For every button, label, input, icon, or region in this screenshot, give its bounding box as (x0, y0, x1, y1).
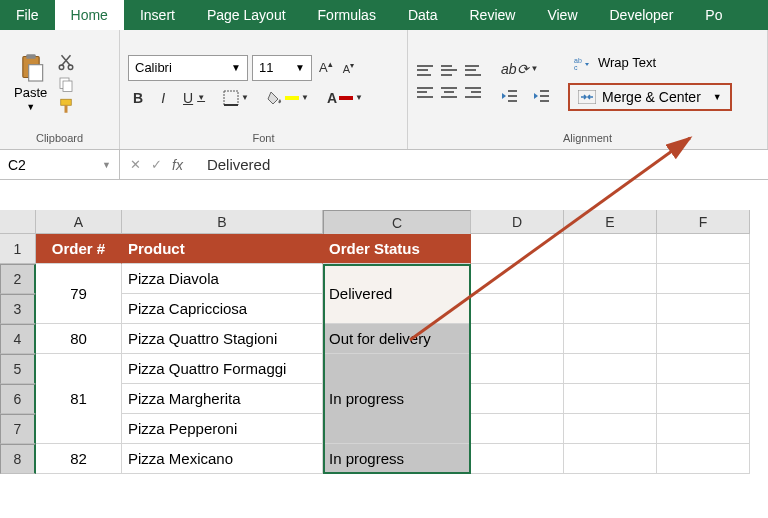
align-left-icon[interactable] (416, 85, 434, 101)
col-header-F[interactable]: F (657, 210, 750, 234)
italic-button[interactable]: I (156, 87, 170, 109)
cell[interactable] (657, 264, 750, 294)
cell[interactable]: In progress (323, 354, 471, 444)
tab-review[interactable]: Review (454, 0, 532, 30)
tab-page-layout[interactable]: Page Layout (191, 0, 302, 30)
name-box[interactable]: C2▼ (0, 150, 120, 179)
align-middle-icon[interactable] (440, 63, 458, 79)
copy-icon[interactable] (57, 75, 75, 93)
decrease-font-icon[interactable]: A▾ (340, 61, 357, 75)
row-header-8[interactable]: 8 (0, 444, 36, 474)
cell[interactable] (564, 384, 657, 414)
cell[interactable]: 82 (36, 444, 122, 474)
font-name-select[interactable]: Calibri▼ (128, 55, 248, 81)
row-header-7[interactable]: 7 (0, 414, 36, 444)
cell[interactable]: Pizza Mexicano (122, 444, 323, 474)
merge-center-button[interactable]: Merge & Center ▼ (568, 83, 732, 111)
tab-formulas[interactable]: Formulas (302, 0, 392, 30)
group-alignment: ab⟳▼ abc Wrap Text Merge & Center ▼ (408, 30, 768, 149)
cell[interactable] (471, 444, 564, 474)
select-all-corner[interactable] (0, 210, 36, 234)
cell[interactable]: Pizza Capricciosa (122, 294, 323, 324)
cell[interactable]: 80 (36, 324, 122, 354)
cell[interactable] (657, 444, 750, 474)
cell[interactable] (564, 414, 657, 444)
paste-button[interactable]: Paste ▼ (8, 49, 53, 114)
cell[interactable] (471, 414, 564, 444)
cell[interactable] (564, 294, 657, 324)
cell[interactable]: Pizza Pepperoni (122, 414, 323, 444)
cell[interactable]: In progress (323, 444, 471, 474)
tab-data[interactable]: Data (392, 0, 454, 30)
orientation-button[interactable]: ab⟳▼ (496, 58, 544, 80)
row-header-6[interactable]: 6 (0, 384, 36, 414)
tab-view[interactable]: View (531, 0, 593, 30)
cell[interactable] (657, 414, 750, 444)
wrap-text-button[interactable]: abc Wrap Text (568, 53, 732, 73)
row-header-4[interactable]: 4 (0, 324, 36, 354)
align-right-icon[interactable] (464, 85, 482, 101)
tab-home[interactable]: Home (55, 0, 124, 30)
cell[interactable]: Pizza Quattro Stagioni (122, 324, 323, 354)
font-size-select[interactable]: 11▼ (252, 55, 312, 81)
cell[interactable] (657, 324, 750, 354)
cancel-icon[interactable]: ✕ (130, 157, 141, 172)
col-header-E[interactable]: E (564, 210, 657, 234)
row-header-3[interactable]: 3 (0, 294, 36, 324)
cell[interactable] (471, 264, 564, 294)
col-header-A[interactable]: A (36, 210, 122, 234)
increase-indent-icon[interactable] (528, 86, 554, 106)
cell[interactable] (471, 324, 564, 354)
cell[interactable]: Product (122, 234, 323, 264)
fx-icon[interactable]: fx (172, 157, 183, 173)
cell[interactable] (564, 324, 657, 354)
cell[interactable] (564, 444, 657, 474)
col-header-C[interactable]: C (323, 210, 471, 236)
cell[interactable]: Pizza Margherita (122, 384, 323, 414)
wrap-text-icon: abc (574, 55, 592, 71)
cell[interactable] (564, 264, 657, 294)
cell[interactable]: Pizza Diavola (122, 264, 323, 294)
cell[interactable]: 79 (36, 264, 122, 324)
align-center-icon[interactable] (440, 85, 458, 101)
col-header-D[interactable]: D (471, 210, 564, 234)
cell[interactable]: Delivered (323, 264, 471, 324)
cell[interactable] (471, 354, 564, 384)
underline-button[interactable]: U▼ (178, 87, 210, 109)
formula-input[interactable]: Delivered (193, 156, 270, 173)
cut-icon[interactable] (57, 53, 75, 71)
decrease-indent-icon[interactable] (496, 86, 522, 106)
col-header-B[interactable]: B (122, 210, 323, 234)
cell[interactable] (471, 234, 564, 264)
tab-po[interactable]: Po (689, 0, 738, 30)
bold-button[interactable]: B (128, 87, 148, 109)
font-color-button[interactable]: A▼ (322, 87, 368, 109)
row-header-5[interactable]: 5 (0, 354, 36, 384)
enter-icon[interactable]: ✓ (151, 157, 162, 172)
cell[interactable] (564, 354, 657, 384)
align-bottom-icon[interactable] (464, 63, 482, 79)
cell[interactable]: Pizza Quattro Formaggi (122, 354, 323, 384)
cell[interactable] (564, 234, 657, 264)
tab-developer[interactable]: Developer (594, 0, 690, 30)
row-header-1[interactable]: 1 (0, 234, 36, 264)
cell[interactable]: 81 (36, 354, 122, 444)
cell[interactable] (657, 384, 750, 414)
cell[interactable]: Order Status (323, 234, 471, 264)
format-painter-icon[interactable] (57, 97, 75, 115)
cell[interactable] (657, 294, 750, 324)
svg-point-3 (60, 65, 65, 70)
cell[interactable]: Out for delivery (323, 324, 471, 354)
align-top-icon[interactable] (416, 63, 434, 79)
cell[interactable] (657, 354, 750, 384)
tab-file[interactable]: File (0, 0, 55, 30)
row-header-2[interactable]: 2 (0, 264, 36, 294)
border-button[interactable]: ▼ (218, 87, 254, 109)
cell[interactable] (471, 384, 564, 414)
cell[interactable]: Order # (36, 234, 122, 264)
tab-insert[interactable]: Insert (124, 0, 191, 30)
cell[interactable] (657, 234, 750, 264)
fill-color-button[interactable]: ▼ (262, 87, 314, 109)
increase-font-icon[interactable]: A▴ (316, 59, 336, 75)
cell[interactable] (471, 294, 564, 324)
